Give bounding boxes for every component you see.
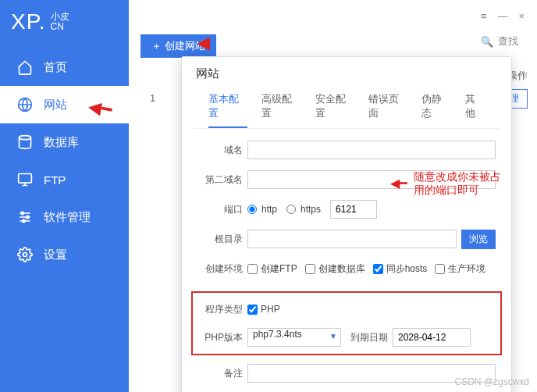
browse-button[interactable]: 浏览	[461, 230, 496, 249]
sidebar-item-website[interactable]: 网站	[0, 86, 129, 123]
sidebar-item-label: 数据库	[44, 135, 79, 150]
modal-tabs: 基本配置 高级配置 安全配置 错误页面 伪静态 其他	[193, 84, 500, 129]
sliders-icon	[17, 209, 33, 225]
second-domain-input[interactable]	[247, 170, 496, 189]
label-env: 创建环境	[197, 262, 243, 276]
svg-point-1	[20, 136, 31, 140]
chevron-down-icon: ▼	[329, 332, 337, 340]
label-remark: 备注	[197, 367, 243, 380]
tab-error[interactable]: 错误页面	[368, 92, 407, 128]
sidebar: XP. 小皮CN 首页 网站 数据库 FTP 软件管理 设置	[0, 0, 129, 392]
radio-http[interactable]: http	[247, 204, 277, 215]
window-controls: ≡ — ×	[129, 0, 537, 31]
label-php-version: PHP版本	[197, 331, 243, 344]
logo-xp: XP.	[11, 9, 46, 34]
label-expire: 到期日期	[341, 331, 388, 344]
close-icon[interactable]: ×	[518, 10, 525, 22]
plus-icon: ＋	[151, 40, 162, 52]
sidebar-item-label: 首页	[44, 60, 67, 75]
port-input[interactable]	[330, 200, 377, 219]
tab-other[interactable]: 其他	[465, 92, 485, 128]
sidebar-item-ftp[interactable]: FTP	[0, 161, 129, 198]
label-domain: 域名	[197, 144, 243, 157]
check-create-ftp[interactable]: 创建FTP	[247, 262, 297, 276]
sidebar-item-label: 网站	[44, 98, 67, 112]
home-icon	[17, 59, 33, 75]
create-website-modal: 网站 基本配置 高级配置 安全配置 错误页面 伪静态 其他 域名 第二域名 端口…	[181, 56, 512, 392]
check-php[interactable]: PHP	[247, 304, 280, 315]
sidebar-item-home[interactable]: 首页	[0, 48, 129, 86]
minimize-icon[interactable]: —	[497, 10, 507, 22]
radio-https-input[interactable]	[286, 205, 296, 214]
check-create-db[interactable]: 创建数据库	[305, 262, 365, 276]
check-prod-env[interactable]: 生产环境	[435, 262, 485, 276]
svg-point-3	[21, 212, 23, 214]
root-input[interactable]	[247, 230, 457, 248]
gear-icon	[17, 247, 33, 262]
svg-point-6	[23, 253, 27, 257]
row-number: 1	[150, 92, 155, 104]
create-website-button[interactable]: ＋ 创建网站	[140, 34, 216, 58]
tab-advanced[interactable]: 高级配置	[261, 92, 301, 128]
label-port: 端口	[197, 203, 243, 216]
sidebar-item-label: FTP	[44, 173, 66, 187]
search-area[interactable]: 🔍 查找	[481, 34, 518, 48]
tab-rewrite[interactable]: 伪静态	[421, 92, 451, 128]
globe-icon	[17, 97, 33, 112]
create-website-label: 创建网站	[165, 40, 205, 52]
label-second-domain: 第二域名	[197, 173, 243, 187]
domain-input[interactable]	[247, 141, 496, 159]
search-icon: 🔍	[481, 36, 493, 48]
menu-icon[interactable]: ≡	[481, 10, 487, 22]
sidebar-item-software[interactable]: 软件管理	[0, 198, 129, 236]
expire-input[interactable]	[393, 328, 471, 347]
watermark: CSDN @zgscwxd	[454, 376, 529, 387]
highlight-box: 程序类型 PHP PHP版本 php7.3.4nts▼ 到期日期	[191, 291, 502, 355]
svg-point-4	[27, 216, 29, 218]
php-version-select[interactable]: php7.3.4nts▼	[247, 328, 341, 347]
logo-cn: 小皮CN	[51, 12, 69, 32]
radio-https[interactable]: https	[286, 204, 321, 215]
tab-basic[interactable]: 基本配置	[208, 92, 247, 128]
svg-rect-2	[19, 174, 32, 184]
check-sync-hosts[interactable]: 同步hosts	[373, 262, 428, 276]
sidebar-item-database[interactable]: 数据库	[0, 123, 129, 161]
tab-security[interactable]: 安全配置	[315, 92, 354, 128]
modal-form: 域名 第二域名 端口 http https 根目录 浏览 创建环境 创建FTP …	[182, 129, 511, 291]
search-label: 查找	[498, 34, 518, 48]
svg-point-5	[23, 219, 25, 222]
sidebar-item-label: 设置	[44, 248, 67, 262]
radio-http-input[interactable]	[247, 205, 257, 214]
modal-title: 网站	[182, 57, 511, 84]
sidebar-item-settings[interactable]: 设置	[0, 236, 129, 273]
label-prog-type: 程序类型	[197, 303, 243, 316]
logo: XP. 小皮CN	[0, 3, 129, 48]
monitor-icon	[17, 172, 33, 187]
database-icon	[17, 134, 33, 150]
label-root: 根目录	[197, 233, 243, 246]
sidebar-item-label: 软件管理	[44, 210, 91, 225]
